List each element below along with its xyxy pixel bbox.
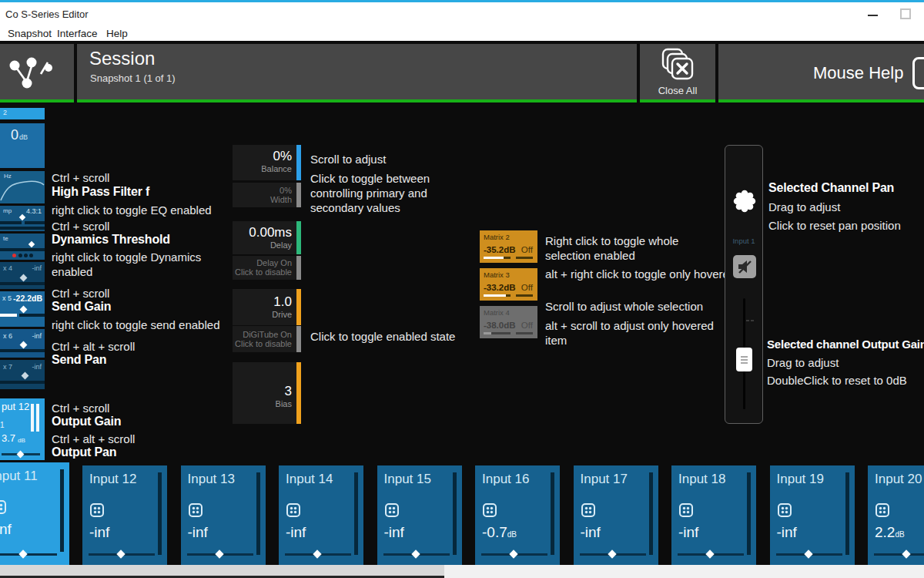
aux-send-handle[interactable] [22,372,29,380]
matrix-value: -38.0dB [484,321,516,330]
gate-threshold-handle[interactable] [28,241,35,247]
menu-interface[interactable]: Interface [57,28,98,39]
delay-toggle[interactable]: Delay On Click to disable [233,256,301,280]
strip-selected-channel-tile[interactable]: put 12 1 3.7 dB [0,398,45,460]
channel-pan-slider[interactable] [776,553,842,556]
strip-eq-box[interactable]: Hz [0,171,45,203]
channel-tile-input-14[interactable]: Input 14-inf [279,465,363,565]
channel-tile-input-15[interactable]: Input 15-inf [377,465,462,565]
channel-gain-value: -inf [581,524,601,541]
delay-control[interactable]: 0.00ms Delay [233,221,301,254]
mute-button[interactable] [733,255,756,278]
pan-handle[interactable] [804,549,812,558]
session-title: Session [89,48,155,69]
pan-handle[interactable] [215,549,223,558]
channel-tile-input-12[interactable]: Input 12-inf [82,465,167,565]
matrix-2-send[interactable]: Matrix 2 -35.2dB Off [480,230,537,263]
digitube-toggle[interactable]: DiGiTube On Click to disable [233,326,301,352]
channel-tile-input-18[interactable]: Input 18-inf [671,465,756,565]
pan-handle[interactable] [313,549,321,558]
aux-send-handle[interactable] [20,341,28,349]
strip-gain-box[interactable]: 0 dB [0,123,45,168]
comp-threshold-handle[interactable] [19,214,25,220]
scrollbar-thumb[interactable] [0,565,444,578]
channel-name: Input 13 [188,472,235,487]
channel-tile-input-11[interactable]: Input 11-inf [0,462,69,565]
channel-pan-slider[interactable] [187,553,253,556]
aux-send-handle[interactable] [20,306,28,314]
matrix-3-send[interactable]: Matrix 3 -33.2dB Off [480,268,537,301]
aux-send-handle[interactable] [20,274,28,282]
strip-aux6-send[interactable]: x 6 -inf [0,329,45,358]
channel-tile-input-17[interactable]: Input 17-inf [574,465,658,565]
matrix-4-send[interactable]: Matrix 4 -38.0dB Off [480,306,537,338]
strip-aux5-send[interactable]: x 5 -22.2dB [0,291,45,327]
strip-tile-unit: dB [18,437,25,444]
channel-meter [747,472,751,555]
aux-value: -inf [32,363,42,371]
snapshot-graph-icon [8,55,55,92]
pan-handle[interactable] [705,549,714,558]
pan-handle[interactable] [116,549,125,558]
pan-handle[interactable] [411,549,420,558]
maximize-button[interactable] [900,8,911,19]
balance-accent-bar [296,145,301,180]
channel-pan-slider[interactable] [89,553,155,556]
strip-tile-pan[interactable] [2,453,40,455]
channel-pan-slider[interactable] [285,553,351,556]
horizontal-scrollbar[interactable] [0,565,924,578]
channel-pan-slider[interactable] [874,553,924,556]
channel-tile-input-19[interactable]: Input 19-inf [770,465,855,565]
pan-handle[interactable] [18,549,27,558]
strip-header-fragment: 2 [3,109,7,116]
width-control[interactable]: 0% Width [233,183,301,207]
help-toggle-enabled: Click to toggle enabled state [310,329,455,344]
channel-tile-input-16[interactable]: Input 16-0.7dB [475,465,560,565]
strip-aux7-send[interactable]: x 7 -inf [0,360,45,389]
pan-handle[interactable] [608,549,616,558]
pan-handle[interactable] [509,549,517,558]
channel-name: Input 16 [482,472,529,487]
menu-snapshot[interactable]: Snapshot [8,28,52,39]
selected-channel-label: Input 1 [725,237,762,245]
channel-name: Input 15 [384,472,431,487]
eq-curve [0,174,45,203]
pan-handle[interactable] [17,451,25,459]
strip-aux4-send[interactable]: x 4 -inf [0,262,45,289]
strip-gain-value: 0 [11,127,18,143]
channel-pan-slider[interactable] [678,553,744,556]
drive-control[interactable]: 1.0 Drive [233,289,301,325]
channel-pan-slider[interactable] [481,553,547,556]
session-logo-tile[interactable] [0,44,74,102]
drive-label: Drive [233,310,292,319]
channel-meter [60,469,64,552]
channel-pan-slider[interactable] [383,553,450,556]
strip-comp-ratio: 4.3:1 [26,207,42,215]
bias-control[interactable]: 3 Bias [233,362,301,424]
strip-comp-box[interactable]: mp 4.3:1 [0,206,45,231]
channel-meter [649,472,653,555]
strip-gate-box[interactable]: te [0,234,45,260]
channel-tile-input-20[interactable]: Input 202.2dB [868,465,924,565]
help-outpan-modifier: Ctrl + alt + scroll [52,432,135,446]
minimize-button[interactable] [868,15,878,16]
pan-knob[interactable] [731,187,758,215]
fader-handle[interactable] [736,348,752,371]
window-title: Co S-Series Editor [5,8,89,20]
help-hpf-modifier: Ctrl + scroll [52,170,109,185]
strip-channel-header[interactable]: 2 [0,108,45,119]
matrix-help-3: Scroll to adjust whole selection [545,299,745,314]
gate-status-dot [29,254,33,257]
balance-control[interactable]: 0% Balance [233,145,301,180]
channel-gain-value: -inf [188,524,208,541]
pan-handle[interactable] [902,549,910,558]
menu-help[interactable]: Help [106,28,128,39]
strip-tile-meter [31,404,34,432]
channel-name: Input 20 [875,472,922,487]
help-sendpan-name: Send Pan [52,353,106,367]
titlebar: Co S-Series Editor Snapshot Interface He… [0,0,924,41]
channel-pan-slider[interactable] [580,553,646,556]
width-label: Width [233,195,292,204]
channel-pan-slider[interactable] [0,553,57,556]
channel-tile-input-13[interactable]: Input 13-inf [181,465,266,565]
